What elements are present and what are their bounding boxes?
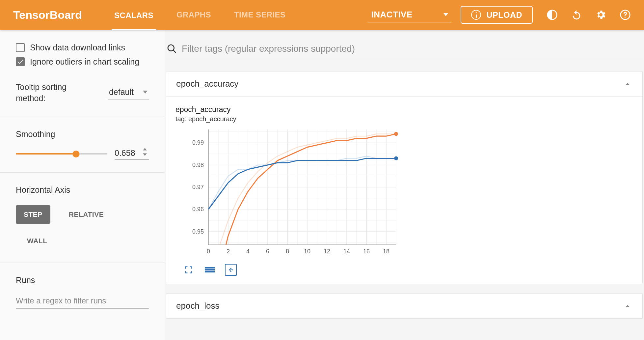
smoothing-slider[interactable]: [16, 151, 107, 157]
panel-header-accuracy[interactable]: epoch_accuracy: [166, 71, 642, 97]
caret-down-icon: [143, 91, 148, 94]
horizontal-axis-label: Horizontal Axis: [16, 185, 149, 195]
chevron-up-icon: [623, 80, 632, 88]
tooltip-sort-label: Tooltip sorting method:: [16, 82, 92, 104]
svg-text:14: 14: [343, 248, 350, 255]
svg-text:2: 2: [227, 248, 230, 255]
info-icon: [471, 10, 481, 20]
svg-text:0.96: 0.96: [192, 206, 204, 212]
theme-toggle-icon[interactable]: [547, 9, 558, 20]
upload-button-label: UPLOAD: [486, 10, 522, 20]
chart-title: epoch_accuracy: [175, 105, 634, 114]
axis-option-wall[interactable]: WALL: [19, 232, 55, 250]
settings-icon[interactable]: [595, 9, 606, 20]
svg-point-58: [394, 132, 398, 136]
chart-tag: tag: epoch_accuracy: [175, 115, 634, 123]
svg-text:0: 0: [207, 248, 210, 255]
svg-text:0.99: 0.99: [192, 139, 204, 146]
reset-zoom-button[interactable]: [225, 264, 237, 276]
tag-filter-input[interactable]: [182, 43, 642, 54]
caret-down-icon: [443, 13, 448, 16]
app-logo: TensorBoard: [13, 9, 82, 21]
scalar-chart[interactable]: 0246810121416180.950.960.970.980.99: [175, 126, 403, 258]
svg-text:0.98: 0.98: [192, 162, 204, 168]
inactive-dropdown[interactable]: INACTIVE: [368, 8, 451, 22]
show-download-links-checkbox[interactable]: [16, 43, 25, 52]
toggle-log-button[interactable]: [204, 264, 216, 276]
refresh-icon[interactable]: [571, 9, 582, 20]
svg-text:0.97: 0.97: [192, 184, 204, 190]
smoothing-label: Smoothing: [16, 129, 149, 139]
search-icon: [167, 43, 177, 54]
runs-label: Runs: [16, 275, 149, 285]
panel-title: epoch_loss: [176, 301, 220, 311]
tooltip-sort-value: default: [109, 87, 134, 97]
svg-text:0.95: 0.95: [192, 228, 204, 235]
tab-time-series[interactable]: TIME SERIES: [231, 0, 288, 30]
svg-text:6: 6: [266, 248, 269, 255]
help-icon[interactable]: [620, 9, 631, 20]
ignore-outliers-label: Ignore outliers in chart scaling: [30, 57, 139, 67]
runs-filter-input[interactable]: [16, 294, 149, 309]
tab-graphs[interactable]: GRAPHS: [174, 0, 214, 30]
expand-chart-button[interactable]: [183, 264, 195, 276]
inactive-dropdown-label: INACTIVE: [371, 10, 412, 20]
axis-option-relative[interactable]: RELATIVE: [61, 205, 112, 224]
tooltip-sort-select[interactable]: default: [108, 85, 149, 100]
upload-button[interactable]: UPLOAD: [461, 6, 533, 24]
svg-text:18: 18: [383, 248, 389, 255]
axis-option-step[interactable]: STEP: [16, 205, 50, 224]
chevron-up-icon: [623, 302, 632, 310]
svg-point-57: [394, 156, 398, 160]
tab-scalars[interactable]: SCALARS: [112, 1, 156, 30]
ignore-outliers-checkbox[interactable]: [16, 57, 25, 66]
panel-title: epoch_accuracy: [176, 79, 238, 89]
svg-text:8: 8: [286, 248, 289, 255]
panel-header-loss[interactable]: epoch_loss: [166, 294, 642, 319]
svg-text:12: 12: [324, 248, 330, 255]
show-download-links-label: Show data download links: [30, 43, 125, 52]
smoothing-value-input[interactable]: [115, 148, 149, 160]
svg-point-2: [625, 16, 626, 17]
svg-text:16: 16: [363, 248, 370, 255]
svg-text:10: 10: [304, 248, 310, 255]
svg-text:4: 4: [246, 248, 250, 255]
